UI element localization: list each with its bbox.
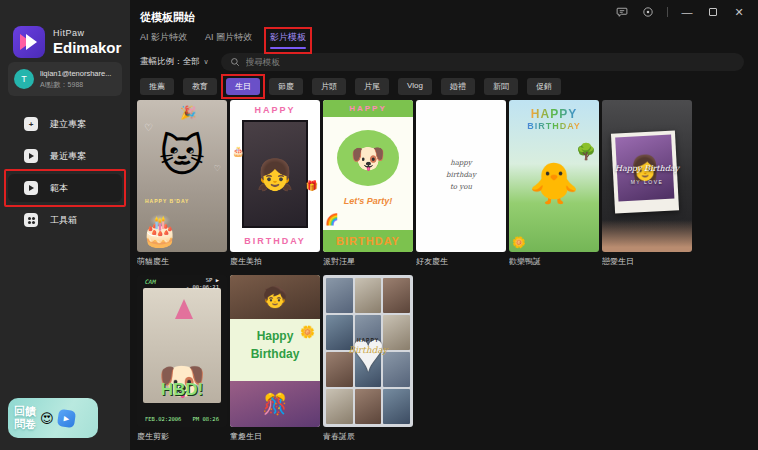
card-top-text: HAPPY (323, 100, 413, 117)
script-line: happy (416, 158, 506, 170)
tab-ai-image-effects[interactable]: AI 圖片特效 (205, 31, 252, 48)
card-overlay-text: HAPPY B'DAY (145, 198, 189, 204)
ai-credits: AI點數：5988 (40, 80, 116, 90)
card-line2-text: Birthday (230, 347, 320, 361)
card-script-text: happy birthday to you (416, 158, 506, 194)
survey-line1: 回饋 (14, 405, 36, 418)
search-input[interactable] (246, 57, 735, 67)
chip-wedding[interactable]: 婚禮 (441, 78, 475, 95)
record-mode-label: SP ▶ (206, 277, 219, 283)
chip-vlog[interactable]: Vlog (398, 78, 432, 95)
chip-promo[interactable]: 促銷 (527, 78, 561, 95)
collage-tile (383, 389, 410, 424)
aspect-ratio-select[interactable]: 畫幅比例：全部 ∨ (140, 56, 209, 68)
sidebar-item-create-project[interactable]: + 建立專案 (8, 110, 122, 138)
tab-video-templates[interactable]: 影片模板 (270, 31, 306, 48)
sidebar-item-templates[interactable]: 範本 (8, 174, 122, 202)
card-second-text: BIRTHDAY (509, 121, 599, 131)
aspect-ratio-label: 畫幅比例：全部 (140, 56, 200, 68)
titlebar-divider (667, 7, 668, 17)
cat-icon: 🐱 (137, 130, 227, 181)
main-panel: 從模板開始 AI 影片特效 AI 圖片特效 影片模板 畫幅比例：全部 ∨ 推薦 … (130, 0, 758, 450)
card-bottom-text: BIRTHDAY (230, 236, 320, 246)
party-hat-icon: 🎉 (180, 105, 196, 120)
template-title: 歡樂鴨誕 (509, 256, 599, 267)
titlebar: — ✕ (130, 0, 758, 24)
survey-app-icon: ▶ (56, 408, 75, 427)
chip-intro[interactable]: 片頭 (312, 78, 346, 95)
party-hat-shape (175, 299, 193, 319)
search-icon (230, 57, 240, 67)
template-card-party-dog[interactable]: HAPPY 🐶 Let's Party! 🌈 BIRTHDAY (323, 100, 413, 252)
card-top-text: HAPPY (509, 107, 599, 121)
feedback-button[interactable] (615, 5, 629, 19)
chip-festival[interactable]: 節慶 (269, 78, 303, 95)
chip-birthday[interactable]: 生日 (226, 78, 260, 95)
template-card-birthday-camcorder[interactable]: 🐶 CAM SP ▶ - 00:06:21 HBD! FEB.02:2006 P… (137, 275, 227, 427)
template-cell: HAPPY BIRTHDAY 🌳 🐥 🌼 歡樂鴨誕 (509, 100, 599, 267)
date-stamp: FEB.02:2006 (145, 416, 181, 422)
template-card-love-birthday[interactable]: 👩 Happy Birthday MY LOVE (602, 100, 692, 252)
filter-row: 畫幅比例：全部 ∨ (140, 53, 744, 71)
chip-education[interactable]: 教育 (183, 78, 217, 95)
template-card-cat-birthday[interactable]: ♡ 🎉 🐱 ♡ HAPPY B'DAY 🎂 (137, 100, 227, 252)
search-box[interactable] (221, 53, 744, 71)
template-cell: happy birthday to you 好友慶生 (416, 100, 506, 267)
chip-outro[interactable]: 片尾 (355, 78, 389, 95)
maximize-button[interactable] (706, 5, 720, 19)
minimize-button[interactable]: — (680, 5, 694, 19)
template-cell: ♥ HAPPY Birthday 青春誕辰 (323, 275, 413, 442)
category-chips: 推薦 教育 生日 節慶 片頭 片尾 Vlog 婚禮 新聞 促銷 (140, 78, 561, 95)
brand-top: HitPaw (53, 28, 121, 38)
template-card-happy-duck[interactable]: HAPPY BIRTHDAY 🌳 🐥 🌼 (509, 100, 599, 252)
templates-icon (24, 181, 38, 195)
photo-area: 👧 (242, 120, 308, 228)
template-title: 慶生剪影 (137, 431, 227, 442)
record-button[interactable] (641, 5, 655, 19)
template-card-friends-birthday[interactable]: happy birthday to you (416, 100, 506, 252)
nav-label: 最近專案 (50, 150, 86, 163)
toolbox-icon (24, 213, 38, 227)
close-button[interactable]: ✕ (732, 5, 746, 19)
template-grid-row1: ♡ 🎉 🐱 ♡ HAPPY B'DAY 🎂 萌貓慶生 HAPPY 👧 🎂 🎁 B… (137, 100, 692, 267)
template-title: 戀愛生日 (602, 256, 692, 267)
template-cell: 🧒 Happy 🌼 Birthday 🎊 童趣生日 (230, 275, 320, 442)
brand-text: HitPaw Edimakor (53, 28, 121, 56)
chip-news[interactable]: 新聞 (484, 78, 518, 95)
template-cell: ♡ 🎉 🐱 ♡ HAPPY B'DAY 🎂 萌貓慶生 (137, 100, 227, 267)
user-account-card[interactable]: T liqian1@tenorshare... AI點數：5988 (8, 62, 122, 96)
collage-tile (326, 389, 353, 424)
recent-projects-icon (24, 149, 38, 163)
collage-tile (326, 278, 353, 313)
app-window: — ✕ HitPaw Edimakor T liqian1@tenorshare… (0, 0, 758, 450)
chip-recommended[interactable]: 推薦 (140, 78, 174, 95)
flower-icon: 🌼 (512, 236, 526, 249)
survey-line2: 問卷 (14, 418, 36, 431)
heart-top-text: HAPPY (323, 337, 413, 343)
collage-tile (383, 352, 410, 387)
feedback-survey-badge[interactable]: 回饋 問卷 😍 ▶ (8, 398, 98, 438)
tree-icon: 🌳 (576, 142, 596, 161)
app-logo-icon (13, 26, 45, 58)
photo-area-top: 🧒 (230, 275, 320, 319)
sidebar: HitPaw Edimakor T liqian1@tenorshare... … (0, 0, 130, 450)
create-project-icon: + (24, 117, 38, 131)
logo-arrow-white (26, 34, 37, 50)
sidebar-item-recent-projects[interactable]: 最近專案 (8, 142, 122, 170)
template-title: 慶生美拍 (230, 256, 320, 267)
survey-text: 回饋 問卷 (14, 405, 36, 430)
tab-ai-video-effects[interactable]: AI 影片特效 (140, 31, 187, 48)
confetti-icon: 🎊 (263, 392, 288, 416)
template-card-youth-birthday[interactable]: ♥ HAPPY Birthday (323, 275, 413, 427)
hand-holding-area (602, 220, 692, 252)
template-card-birthday-selfie[interactable]: HAPPY 👧 🎂 🎁 BIRTHDAY (230, 100, 320, 252)
template-cell: 🐶 CAM SP ▶ - 00:06:21 HBD! FEB.02:2006 P… (137, 275, 227, 442)
time-counter: - 00:06:21 (186, 284, 219, 290)
heart-decoration: ♡ (214, 164, 221, 173)
template-title: 童趣生日 (230, 431, 320, 442)
maximize-icon (709, 8, 717, 16)
gift-sticker-icon: 🎁 (306, 180, 318, 191)
template-card-childlike-birthday[interactable]: 🧒 Happy 🌼 Birthday 🎊 (230, 275, 320, 427)
card-headline-text: HBD! (137, 380, 227, 400)
sidebar-item-toolbox[interactable]: 工具箱 (8, 206, 122, 234)
